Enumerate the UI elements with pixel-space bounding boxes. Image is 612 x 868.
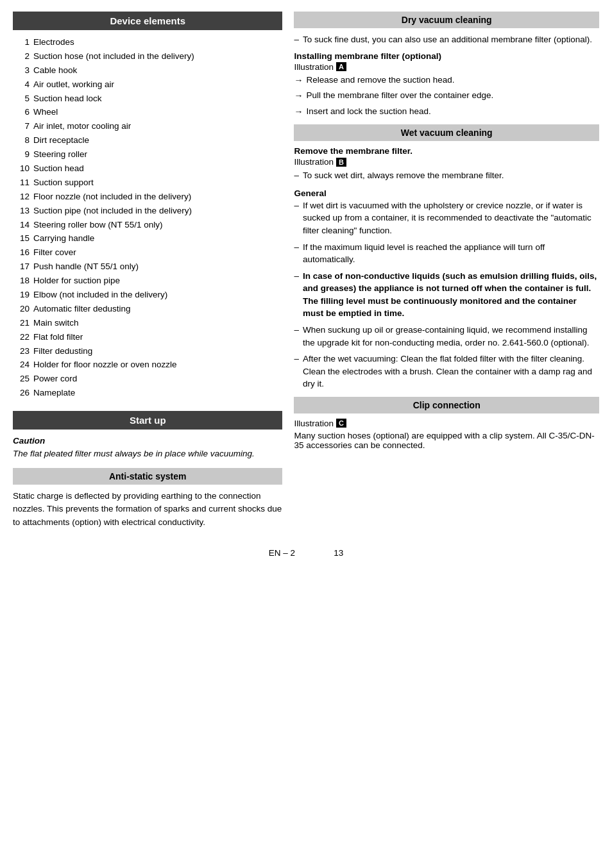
illus-label-a-text: Illustration [294, 62, 334, 72]
membrane-step: →Pull the membrane filter over the conta… [294, 90, 599, 103]
item-num: 11 [15, 177, 30, 189]
anti-static-body: Static charge is deflected by providing … [13, 490, 282, 529]
item-text: Suction head lock [33, 93, 102, 105]
remove-membrane-dash-item: – To suck wet dirt, always remove the me… [294, 169, 599, 182]
device-list-item: 24Holder for floor nozzle or oven nozzle [15, 359, 280, 371]
page-footer: EN – 2 13 [13, 548, 599, 558]
device-list-item: 18Holder for suction pipe [15, 275, 280, 287]
device-list-item: 22Flat fold filter [15, 331, 280, 344]
general-list-item: –If the maximum liquid level is reached … [294, 241, 599, 266]
caution-text: The flat pleated filter must always be i… [13, 448, 282, 460]
item-num: 7 [15, 121, 30, 133]
dash-icon: – [294, 270, 299, 320]
item-text: Dirt receptacle [33, 135, 89, 147]
general-list: –If wet dirt is vacuumed with the uphols… [294, 199, 599, 390]
wet-vac-header: Wet vacuum cleaning [294, 124, 599, 141]
item-num: 12 [15, 191, 30, 203]
footer-right: 13 [334, 548, 343, 558]
startup-section: Caution The flat pleated filter must alw… [13, 436, 282, 529]
device-list-item: 19Elbow (not included in the delivery) [15, 289, 280, 301]
item-num: 9 [15, 149, 30, 161]
device-list-item: 25Power cord [15, 373, 280, 385]
item-text: Air outlet, working air [33, 79, 114, 91]
item-text: Filter cover [33, 247, 76, 259]
item-num: 6 [15, 106, 30, 119]
dash-icon: – [294, 33, 299, 46]
device-list-item: 15Carrying handle [15, 233, 280, 245]
clip-section: Illustration C Many suction hoses (optio… [294, 419, 599, 450]
device-list-item: 5Suction head lock [15, 93, 280, 105]
item-text: Air inlet, motor cooling air [33, 121, 131, 133]
general-list-item: –When suckung up oil or grease-containin… [294, 324, 599, 349]
general-item-text: In case of non-conductive liquids (such … [303, 270, 599, 320]
remove-membrane-text: To suck wet dirt, always remove the memb… [303, 169, 504, 182]
item-text: Electrodes [33, 37, 74, 49]
membrane-steps: →Release and remove the suction head.→Pu… [294, 74, 599, 119]
arrow-icon: → [294, 90, 303, 103]
membrane-filter-illus-ref: Illustration A [294, 62, 599, 72]
illus-box-b: B [336, 158, 346, 167]
device-list-item: 1Electrodes [15, 37, 280, 49]
device-list-item: 2Suction hose (not included in the deliv… [15, 51, 280, 63]
device-list-item: 8Dirt receptacle [15, 135, 280, 147]
device-list-item: 21Main switch [15, 317, 280, 330]
item-text: Carrying handle [33, 233, 94, 245]
general-item-text: If the maximum liquid level is reached t… [303, 241, 599, 266]
illus-label-c-text: Illustration [294, 419, 334, 428]
item-text: Wheel [33, 106, 58, 119]
item-text: Suction support [33, 177, 94, 189]
item-num: 24 [15, 359, 30, 371]
device-list-item: 17Push handle (NT 55/1 only) [15, 261, 280, 273]
item-text: Power cord [33, 373, 77, 385]
illus-box-a: A [336, 62, 346, 71]
item-num: 5 [15, 93, 30, 105]
right-column: Dry vacuum cleaning – To suck fine dust,… [294, 12, 599, 529]
clip-connection-header: Clip connection [294, 397, 599, 413]
item-text: Suction hose (not included in the delive… [33, 51, 194, 63]
item-num: 10 [15, 163, 30, 175]
dry-vac-intro-item: – To suck fine dust, you can also use an… [294, 33, 599, 46]
device-list-item: 7Air inlet, motor cooling air [15, 121, 280, 133]
clip-illus-ref: Illustration C [294, 419, 599, 428]
wet-vac-section: Remove the membrane filter. Illustration… [294, 146, 599, 390]
anti-static-header: Anti-static system [13, 468, 282, 485]
remove-membrane-illus-ref: Illustration B [294, 157, 599, 167]
item-num: 26 [15, 387, 30, 399]
device-list-item: 23Filter dedusting [15, 346, 280, 358]
step-text: Pull the membrane filter over the contai… [306, 90, 493, 103]
left-column: Device elements 1Electrodes2Suction hose… [13, 12, 282, 529]
device-elements-header: Device elements [13, 12, 282, 30]
dry-vac-section: – To suck fine dust, you can also use an… [294, 33, 599, 118]
dash-icon: – [294, 324, 299, 349]
item-text: Main switch [33, 317, 79, 330]
device-list-item: 4Air outlet, working air [15, 79, 280, 91]
item-num: 1 [15, 37, 30, 49]
membrane-step: →Insert and lock the suction head. [294, 106, 599, 119]
item-num: 13 [15, 205, 30, 217]
device-list-item: 3Cable hook [15, 65, 280, 77]
membrane-step: →Release and remove the suction head. [294, 74, 599, 87]
arrow-icon: → [294, 106, 303, 119]
general-list-item: –After the wet vacuuming: Clean the flat… [294, 353, 599, 390]
item-num: 17 [15, 261, 30, 273]
device-list-item: 20Automatic filter dedusting [15, 303, 280, 315]
item-text: Filter dedusting [33, 346, 92, 358]
item-num: 15 [15, 233, 30, 245]
item-num: 3 [15, 65, 30, 77]
dash-icon: – [294, 199, 299, 237]
caution-label: Caution [13, 436, 282, 446]
footer-left: EN – 2 [269, 548, 295, 558]
illus-label-b-text: Illustration [294, 157, 334, 167]
device-list: 1Electrodes2Suction hose (not included i… [13, 37, 282, 399]
device-list-item: 14Steering roller bow (NT 55/1 only) [15, 219, 280, 231]
item-text: Suction pipe (not included in the delive… [33, 205, 192, 217]
item-text: Flat fold filter [33, 331, 83, 344]
remove-membrane-title: Remove the membrane filter. [294, 146, 599, 156]
item-text: Floor nozzle (not included in the delive… [33, 191, 191, 203]
item-num: 2 [15, 51, 30, 63]
general-item-text: If wet dirt is vacuumed with the upholst… [303, 199, 599, 237]
item-num: 23 [15, 346, 30, 358]
step-text: Insert and lock the suction head. [306, 106, 430, 119]
dash-icon: – [294, 353, 299, 390]
dash-icon: – [294, 241, 299, 266]
